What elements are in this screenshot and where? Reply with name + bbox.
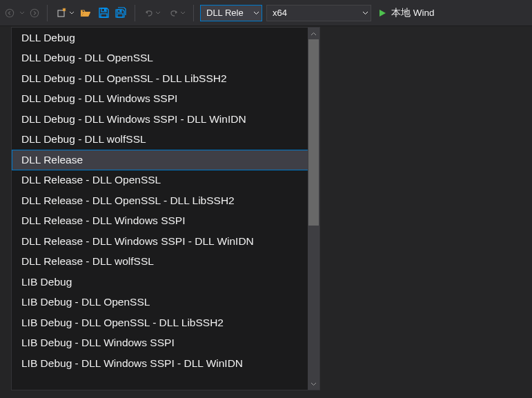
chevron-down-icon (311, 383, 316, 386)
config-dropdown-item[interactable]: LIB Debug - DLL Windows SSPI - DLL WinID… (12, 353, 319, 374)
solution-platform-combo[interactable]: x64 (266, 5, 371, 21)
svg-rect-5 (104, 9, 106, 11)
chevron-down-icon (156, 12, 160, 14)
config-dropdown-item[interactable]: DLL Release (12, 150, 319, 170)
chevron-down-icon (181, 12, 185, 14)
start-debug-label: 本地 Wind (391, 7, 435, 19)
undo-button[interactable] (140, 5, 164, 21)
svg-rect-8 (120, 10, 121, 12)
config-dropdown-item[interactable]: LIB Debug - DLL OpenSSL (12, 292, 319, 313)
chevron-down-icon (253, 12, 259, 14)
scroll-up-button[interactable] (308, 28, 319, 39)
solution-config-value: DLL Rele (206, 8, 250, 18)
separator (47, 5, 48, 21)
config-dropdown-item[interactable]: LIB Debug - DLL Windows SSPI (12, 333, 319, 354)
main-toolbar: DLL Rele x64 本地 Wind (0, 0, 532, 26)
new-item-button[interactable] (52, 5, 76, 21)
save-icon (98, 7, 110, 19)
config-dropdown-item[interactable]: DLL Release - DLL OpenSSL - DLL LibSSH2 (12, 190, 319, 211)
arrow-right-icon (30, 8, 39, 18)
svg-point-1 (30, 9, 38, 17)
config-dropdown-item[interactable]: DLL Debug (12, 28, 319, 48)
svg-rect-6 (101, 14, 107, 17)
chevron-up-icon (311, 32, 316, 35)
config-dropdown-panel: DLL DebugDLL Debug - DLL OpenSSLDLL Debu… (11, 27, 320, 390)
arrow-left-icon (5, 8, 14, 18)
separator (193, 5, 194, 21)
config-dropdown-list: DLL DebugDLL Debug - DLL OpenSSLDLL Debu… (12, 28, 319, 390)
chevron-down-icon (362, 12, 368, 14)
chevron-down-icon (70, 12, 74, 14)
config-dropdown-item[interactable]: DLL Release - DLL wolfSSL (12, 252, 319, 272)
start-debug-button[interactable]: 本地 Wind (377, 5, 435, 21)
nav-back-button[interactable] (2, 6, 17, 21)
config-dropdown-item[interactable]: DLL Debug - DLL Windows SSPI (12, 89, 319, 110)
redo-icon (168, 8, 179, 19)
config-dropdown-item[interactable]: LIB Debug - DLL OpenSSL - DLL LibSSH2 (12, 312, 319, 333)
nav-back-dropdown[interactable] (18, 6, 26, 21)
solution-config-combo[interactable]: DLL Rele (200, 5, 262, 21)
scroll-track[interactable] (308, 39, 319, 378)
open-folder-icon (79, 7, 92, 19)
open-file-button[interactable] (77, 5, 94, 21)
redo-button[interactable] (165, 5, 188, 21)
scrollbar[interactable] (308, 28, 319, 390)
scroll-down-button[interactable] (308, 378, 319, 390)
config-dropdown-item[interactable]: DLL Debug - DLL Windows SSPI - DLL WinID… (12, 109, 319, 130)
play-icon (377, 8, 387, 18)
save-all-icon (115, 7, 128, 19)
config-dropdown-item[interactable]: DLL Release - DLL Windows SSPI (12, 211, 319, 232)
chevron-down-icon (20, 12, 24, 14)
nav-forward-button[interactable] (27, 6, 42, 21)
svg-point-0 (6, 9, 13, 17)
config-dropdown-item[interactable]: DLL Debug - DLL wolfSSL (12, 130, 319, 150)
config-dropdown-item[interactable]: DLL Debug - DLL OpenSSL (12, 48, 319, 69)
save-all-button[interactable] (113, 5, 130, 21)
scroll-thumb[interactable] (308, 39, 319, 226)
config-dropdown-item[interactable]: DLL Debug - DLL OpenSSL - DLL LibSSH2 (12, 68, 319, 89)
config-dropdown-item[interactable]: LIB Debug (12, 272, 319, 292)
undo-icon (144, 8, 155, 19)
solution-platform-value: x64 (273, 8, 359, 18)
save-button[interactable] (95, 5, 112, 21)
config-dropdown-item[interactable]: DLL Release - DLL Windows SSPI - DLL Win… (12, 231, 319, 252)
config-dropdown-item[interactable]: DLL Release - DLL OpenSSL (12, 170, 319, 191)
separator (135, 5, 135, 21)
new-item-icon (55, 7, 68, 19)
